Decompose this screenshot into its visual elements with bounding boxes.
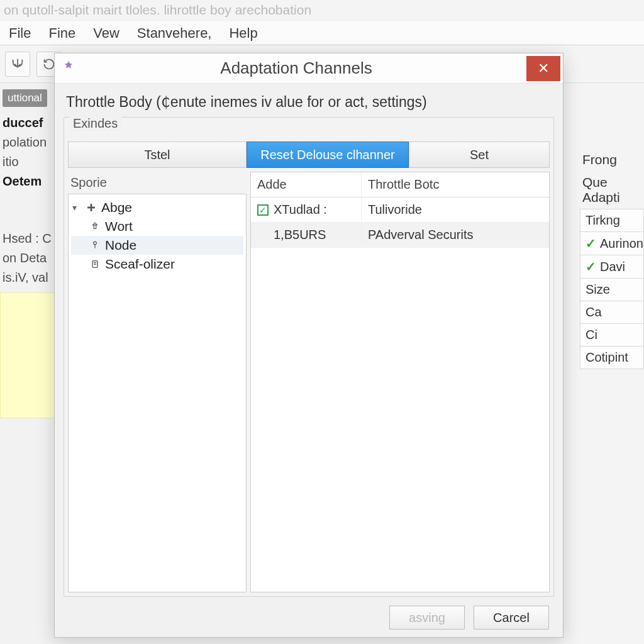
- notes-panel: [0, 292, 57, 418]
- menu-file[interactable]: File: [0, 21, 40, 45]
- menu-stanvehere[interactable]: Stanvehere,: [128, 21, 221, 45]
- menu-help[interactable]: Help: [220, 21, 266, 45]
- right-cell[interactable]: Ci: [580, 323, 644, 347]
- plus-icon: [85, 201, 97, 214]
- checkbox-checked-icon[interactable]: ✓: [257, 204, 269, 216]
- caret-down-icon: ▾: [72, 203, 81, 213]
- grid-header: Adde Throttle Botc: [251, 172, 549, 197]
- column-header-adde[interactable]: Adde: [251, 172, 362, 197]
- tree-node[interactable]: Wort: [71, 217, 243, 236]
- ok-button: asving: [389, 606, 465, 630]
- cancel-button[interactable]: Carcel: [474, 606, 549, 630]
- tree-node-label: Abge: [101, 200, 132, 215]
- dialog-title: Adaptation Channels: [79, 58, 526, 78]
- svg-rect-1: [87, 207, 95, 209]
- tree[interactable]: ▾ Abge Wort: [68, 194, 247, 592]
- cell-value: Tulivoride: [362, 197, 549, 222]
- sidebar-label: polation: [0, 133, 57, 152]
- right-panel: Frong Que Adapti Tirkng ✓Aurinon ✓Davi S…: [580, 148, 644, 369]
- node-icon: [89, 239, 101, 252]
- close-icon: ✕: [538, 60, 549, 77]
- tree-node[interactable]: Sceaf-olizer: [71, 255, 243, 274]
- app-icon: [61, 60, 79, 77]
- toolbar-download-icon[interactable]: [5, 52, 30, 77]
- grid-row[interactable]: 1,B5URS PAdverval Securits: [251, 223, 549, 248]
- tree-node-label: Node: [105, 238, 136, 253]
- exindes-group: Exindes Tstel Reset Delouse clhanner Set…: [64, 117, 554, 597]
- sidebar-label: Oetem: [0, 172, 57, 191]
- right-cell[interactable]: Tirkng: [580, 209, 644, 232]
- menubar: File Fine Vew Stanvehere, Help: [0, 21, 644, 45]
- cell-value: 1,B5URS: [274, 228, 326, 242]
- dialog-footer: asving Carcel: [55, 602, 563, 637]
- sidebar-label: on Deta: [0, 248, 57, 268]
- sidebar-label: Hsed : C: [0, 229, 57, 248]
- right-header: Que Adapti: [580, 171, 644, 209]
- svg-rect-2: [94, 225, 96, 229]
- tab-row: Tstel Reset Delouse clhanner Set: [68, 142, 550, 168]
- window-title: on qutoll-salpit mairt tloles. lihrottle…: [4, 3, 311, 18]
- check-icon: ✓: [586, 259, 596, 274]
- grid-pane: Adde Throttle Botc ✓ XTudlad : Tulivorid…: [250, 172, 550, 592]
- right-cell[interactable]: Cotipint: [580, 346, 644, 369]
- tree-node-label: Wort: [105, 219, 133, 234]
- tree-node-root[interactable]: ▾ Abge: [71, 198, 243, 217]
- sidebar-chip: uttional: [3, 89, 47, 107]
- tree-label: Sporie: [68, 172, 247, 194]
- tree-node[interactable]: Node: [71, 236, 243, 255]
- sidebar-label: duccef: [0, 113, 57, 133]
- sidebar-label: is.iV, val: [0, 268, 57, 287]
- right-header: Frong: [580, 148, 644, 171]
- dialog-titlebar: Adaptation Channels ✕: [55, 53, 563, 84]
- dialog-subtitle: Throttle Body (₵enute inemes iv alue for…: [64, 90, 554, 117]
- grid-row[interactable]: ✓ XTudlad : Tulivoride: [251, 197, 549, 223]
- node-icon: [89, 258, 101, 270]
- menu-fine[interactable]: Fine: [40, 21, 84, 45]
- right-cell[interactable]: ✓Aurinon: [580, 231, 644, 255]
- tab-tstel[interactable]: Tstel: [68, 142, 247, 168]
- tree-node-label: Sceaf-olizer: [105, 257, 175, 272]
- group-label: Exindes: [69, 116, 121, 131]
- close-button[interactable]: ✕: [526, 56, 560, 81]
- cell-value: PAdverval Securits: [362, 223, 549, 247]
- cell-value: XTudlad :: [274, 203, 327, 217]
- left-sidebar: uttional duccef polation itio Oetem Hsed…: [0, 83, 57, 644]
- svg-point-3: [94, 242, 97, 245]
- tab-reset-channel[interactable]: Reset Delouse clhanner: [247, 142, 409, 168]
- adaptation-channels-dialog: Adaptation Channels ✕ Throttle Body (₵en…: [54, 53, 564, 638]
- right-cell[interactable]: ✓Davi: [580, 255, 644, 279]
- node-icon: [89, 220, 101, 233]
- column-header-throttle[interactable]: Throttle Botc: [362, 172, 549, 197]
- sidebar-label: itio: [0, 152, 57, 172]
- check-icon: ✓: [586, 236, 596, 251]
- tree-pane: Sporie ▾ Abge: [68, 172, 247, 592]
- right-cell[interactable]: Ca: [580, 301, 644, 324]
- right-cell[interactable]: Size: [580, 278, 644, 301]
- tab-set[interactable]: Set: [409, 142, 550, 168]
- menu-view[interactable]: Vew: [84, 21, 128, 45]
